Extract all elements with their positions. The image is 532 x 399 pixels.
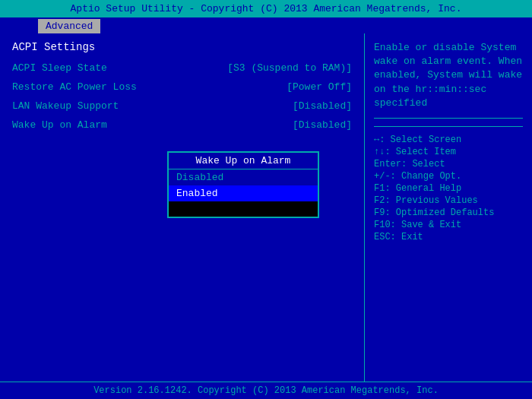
title-text: Aptio Setup Utility - Copyright (C) 2013… bbox=[71, 3, 462, 14]
bios-screen: Aptio Setup Utility - Copyright (C) 2013… bbox=[0, 0, 532, 399]
help-line-7: F10: Save & Exit bbox=[374, 220, 523, 230]
help-line-1: ↑↓: Select Item bbox=[374, 147, 523, 157]
footer-text: Version 2.16.1242. Copyright (C) 2013 Am… bbox=[93, 385, 439, 396]
tab-bar: Advanced bbox=[0, 17, 532, 33]
section-header: ACPI Settings bbox=[12, 41, 352, 53]
title-bar: Aptio Setup Utility - Copyright (C) 2013… bbox=[0, 0, 532, 17]
dropdown-overlay: Wake Up on Alarm Disabled Enabled bbox=[167, 151, 319, 218]
footer: Version 2.16.1242. Copyright (C) 2013 Am… bbox=[0, 382, 532, 399]
wake-on-alarm-value: [Disabled] bbox=[293, 119, 352, 131]
help-line-0: ↔: Select Screen bbox=[374, 135, 523, 145]
help-line-5: F2: Previous Values bbox=[374, 195, 523, 206]
left-panel: ACPI Settings ACPI Sleep State [S3 (Susp… bbox=[0, 33, 365, 382]
acpi-sleep-label: ACPI Sleep State bbox=[12, 62, 107, 74]
setting-row-acpi-sleep: ACPI Sleep State [S3 (Suspend to RAM)] bbox=[12, 62, 352, 74]
main-content: ACPI Settings ACPI Sleep State [S3 (Susp… bbox=[0, 33, 532, 382]
description-text: Enable or disable System wake on alarm e… bbox=[374, 41, 523, 110]
help-line-6: F9: Optimized Defaults bbox=[374, 207, 523, 218]
help-line-8: ESC: Exit bbox=[374, 232, 523, 242]
restore-ac-value: [Power Off] bbox=[287, 81, 352, 93]
advanced-tab[interactable]: Advanced bbox=[38, 19, 100, 33]
divider bbox=[374, 118, 523, 119]
wake-on-alarm-label: Wake Up on Alarm bbox=[12, 119, 107, 131]
help-line-4: F1: General Help bbox=[374, 183, 523, 194]
lan-wakeup-label: LAN Wakeup Support bbox=[12, 100, 119, 112]
setting-row-lan-wakeup: LAN Wakeup Support [Disabled] bbox=[12, 100, 352, 112]
setting-row-restore-ac: Restore AC Power Loss [Power Off] bbox=[12, 81, 352, 93]
acpi-sleep-value: [S3 (Suspend to RAM)] bbox=[227, 62, 352, 74]
dropdown-item-enabled[interactable]: Enabled bbox=[169, 185, 318, 201]
lan-wakeup-value: [Disabled] bbox=[293, 100, 352, 112]
restore-ac-label: Restore AC Power Loss bbox=[12, 81, 137, 93]
dropdown-item-disabled[interactable]: Disabled bbox=[169, 169, 318, 185]
help-section: ↔: Select Screen ↑↓: Select Item Enter: … bbox=[374, 126, 523, 242]
dropdown-title: Wake Up on Alarm bbox=[169, 153, 318, 169]
help-line-3: +/-: Change Opt. bbox=[374, 171, 523, 182]
help-line-2: Enter: Select bbox=[374, 159, 523, 169]
right-panel: Enable or disable System wake on alarm e… bbox=[365, 33, 532, 382]
setting-row-wake-on-alarm: Wake Up on Alarm [Disabled] bbox=[12, 119, 352, 131]
